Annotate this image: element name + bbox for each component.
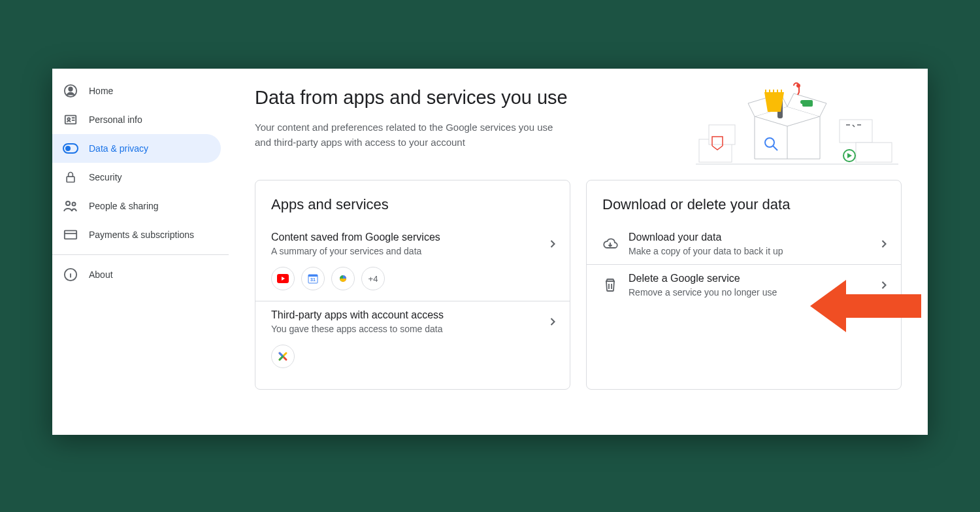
content-saved-row[interactable]: Content saved from Google services A sum… [255,224,570,264]
sidebar-item-people-sharing[interactable]: People & sharing [52,192,221,220]
lock-icon [63,169,78,185]
sidebar-item-about[interactable]: About [52,260,221,289]
svg-rect-6 [67,177,74,182]
page-subtitle: Your content and preferences related to … [255,120,562,150]
info-icon [63,267,78,282]
sidebar-item-label: Security [89,172,122,182]
row-subtitle: You gave these apps access to some data [271,324,546,334]
sidebar-divider [52,254,229,255]
id-card-icon [63,112,78,128]
row-subtitle: A summary of your services and data [271,246,546,256]
account-circle-icon [63,83,78,99]
svg-rect-19 [856,143,892,162]
sidebar-item-label: Personal info [89,114,142,125]
row-title: Third-party apps with account access [271,309,546,321]
sidebar-item-label: Payments & subscriptions [89,230,194,240]
svg-rect-9 [65,231,76,239]
sidebar-item-label: People & sharing [89,201,159,211]
header-illustration [693,80,902,159]
download-data-row[interactable]: Download your data Make a copy of your d… [587,224,901,264]
settings-window: Home Personal info Data & privacy Securi… [52,69,928,435]
chevron-right-icon [546,237,559,250]
service-chips: 31 +4 [255,267,570,301]
svg-point-1 [69,88,73,92]
svg-point-17 [800,100,804,104]
third-party-row[interactable]: Third-party apps with account access You… [255,301,570,342]
photos-icon [331,267,355,290]
privacy-toggle-icon [63,141,78,156]
sidebar-item-label: About [89,269,113,280]
svg-rect-12 [709,125,735,145]
sidebar-item-payments[interactable]: Payments & subscriptions [52,220,221,249]
main-content: Data from apps and services you use Your… [229,69,928,435]
calendar-icon: 31 [301,267,325,290]
page-title: Data from apps and services you use [255,87,568,109]
card-title: Apps and services [255,196,570,213]
chevron-right-icon [877,237,890,250]
card-title: Download or delete your data [587,196,901,213]
download-delete-card: Download or delete your data Download yo… [586,180,902,390]
youtube-icon [271,267,295,290]
chevron-right-icon [877,279,890,292]
apps-services-card: Apps and services Content saved from Goo… [255,180,570,390]
cloud-download-icon [602,236,618,252]
row-title: Delete a Google service [629,273,877,284]
sidebar-item-data-privacy[interactable]: Data & privacy [52,134,221,163]
sidebar-item-label: Data & privacy [89,143,148,154]
x-app-icon [271,345,295,368]
svg-point-3 [67,118,70,120]
people-icon [63,198,78,214]
sidebar-item-home[interactable]: Home [52,77,221,105]
svg-point-5 [65,146,71,151]
chevron-right-icon [546,315,559,328]
sidebar-item-label: Home [89,86,113,96]
svg-rect-18 [840,120,872,143]
third-party-chips [255,345,570,379]
svg-point-8 [73,203,76,206]
svg-point-15 [796,84,800,88]
sidebar-item-personal-info[interactable]: Personal info [52,105,221,134]
svg-point-7 [66,201,70,205]
svg-rect-23 [308,275,318,277]
trash-icon [602,277,618,293]
sidebar-item-security[interactable]: Security [52,163,221,192]
sidebar: Home Personal info Data & privacy Securi… [52,69,229,435]
svg-text:31: 31 [310,277,316,282]
credit-card-icon [63,227,78,243]
row-title: Download your data [629,231,877,243]
row-subtitle: Make a copy of your data to back it up [629,246,877,256]
row-subtitle: Remove a service you no longer use [629,287,877,298]
more-services-chip[interactable]: +4 [361,267,385,290]
delete-service-row[interactable]: Delete a Google service Remove a service… [587,264,901,305]
row-title: Content saved from Google services [271,231,546,243]
